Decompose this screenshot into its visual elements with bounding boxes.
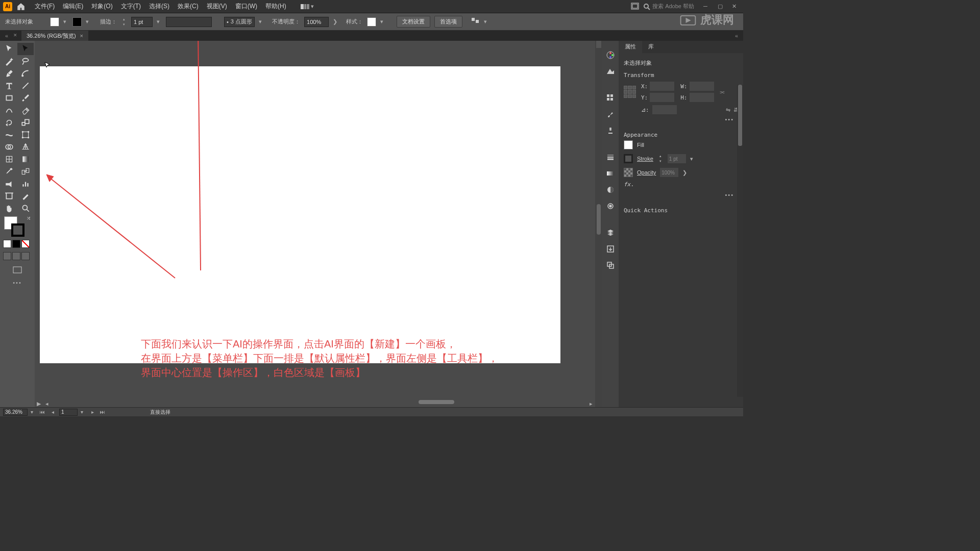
menu-file[interactable]: 文件(F) xyxy=(31,0,59,13)
panel-scrollbar[interactable] xyxy=(737,85,743,397)
maximize-icon[interactable]: ▢ xyxy=(718,3,726,10)
stroke-weight-input[interactable] xyxy=(131,17,153,27)
eraser-tool[interactable] xyxy=(17,104,34,116)
artboard-tool[interactable] xyxy=(1,190,17,202)
panel-stroke-input[interactable] xyxy=(668,154,686,163)
menu-effect[interactable]: 效果(C) xyxy=(174,0,203,13)
style-swatch[interactable] xyxy=(367,17,376,27)
fx-label[interactable]: fx. xyxy=(624,181,634,188)
stroke-swatch[interactable] xyxy=(72,17,82,27)
shaper-tool[interactable] xyxy=(1,104,17,116)
stroke-weight-dropdown[interactable]: ▾ xyxy=(157,18,162,25)
workspace-switcher[interactable]: ▾ xyxy=(301,3,316,10)
brush-dd-arrow[interactable]: ▾ xyxy=(259,18,264,25)
shape-builder-tool[interactable] xyxy=(1,141,17,153)
color-guide-icon[interactable] xyxy=(604,65,617,78)
lasso-tool[interactable] xyxy=(17,55,34,67)
home-icon[interactable] xyxy=(16,2,26,11)
close-icon[interactable]: ✕ xyxy=(732,3,740,10)
zoom-dropdown[interactable]: ▾ xyxy=(31,409,36,415)
blend-tool[interactable] xyxy=(17,165,34,178)
symbols-panel-icon[interactable] xyxy=(604,124,617,137)
stroke-color-swatch[interactable] xyxy=(624,154,633,163)
horizontal-scrollbar[interactable]: ▶ ◂ ▸ xyxy=(35,400,595,407)
tab-close-icon[interactable]: × xyxy=(80,33,83,39)
draw-normal[interactable] xyxy=(3,252,11,260)
menu-edit[interactable]: 编辑(E) xyxy=(59,0,87,13)
stroke-dropdown[interactable]: ▾ xyxy=(86,18,91,25)
prefs-button[interactable]: 首选项 xyxy=(434,16,462,28)
symbol-sprayer-tool[interactable] xyxy=(1,178,17,190)
var-width-profile[interactable] xyxy=(166,17,212,27)
color-black[interactable] xyxy=(12,240,20,248)
mesh-tool[interactable] xyxy=(1,153,17,165)
perspective-tool[interactable] xyxy=(17,141,34,153)
artboard-nav-dropdown[interactable]: ▾ xyxy=(81,409,86,415)
brush-def-dropdown[interactable]: •3 点圆形 xyxy=(224,17,255,27)
doc-setup-button[interactable]: 文档设置 xyxy=(397,16,430,28)
hscroll-play-icon[interactable]: ▶ xyxy=(35,400,43,407)
draw-inside[interactable] xyxy=(21,252,30,260)
fill-swatch[interactable] xyxy=(50,17,59,27)
fill-dropdown[interactable]: ▾ xyxy=(63,18,68,25)
search-box[interactable]: 搜索 Adobe 帮助 xyxy=(643,3,694,10)
menu-object[interactable]: 对象(O) xyxy=(87,0,116,13)
line-tool[interactable] xyxy=(17,80,34,92)
y-input[interactable] xyxy=(650,93,674,102)
hscroll-right-icon[interactable]: ▸ xyxy=(587,400,595,407)
screen-mode-button[interactable] xyxy=(10,264,24,276)
edit-toolbar-button[interactable]: ••• xyxy=(1,278,34,288)
flip-h-icon[interactable]: ⇋ xyxy=(726,107,730,113)
graph-tool[interactable] xyxy=(17,178,34,190)
magic-wand-tool[interactable] xyxy=(1,55,17,67)
eyedropper-tool[interactable] xyxy=(1,165,17,178)
selection-tool[interactable] xyxy=(1,43,17,55)
opacity-dropdown[interactable]: ❯ xyxy=(333,18,338,25)
zoom-tool[interactable] xyxy=(17,202,34,214)
layers-panel-icon[interactable] xyxy=(604,227,617,239)
transparency-panel-icon[interactable] xyxy=(604,184,617,196)
tab-expand-right[interactable]: « xyxy=(735,33,743,39)
menu-select[interactable]: 选择(S) xyxy=(145,0,174,13)
scale-tool[interactable] xyxy=(17,116,34,129)
arrange-docs-icon[interactable] xyxy=(631,3,639,11)
minimize-icon[interactable]: ─ xyxy=(703,3,712,10)
fill-stroke-control[interactable]: ⤭ xyxy=(1,214,34,238)
opacity-swatch[interactable] xyxy=(624,168,633,177)
document-tab[interactable]: 36.26% (RGB/预览) × xyxy=(21,31,88,41)
menu-view[interactable]: 视图(V) xyxy=(203,0,231,13)
align-icon[interactable] xyxy=(471,17,480,27)
pen-tool[interactable] xyxy=(1,67,17,80)
x-input[interactable] xyxy=(650,82,674,91)
direct-selection-tool[interactable] xyxy=(17,43,34,55)
rotate-input[interactable] xyxy=(652,105,677,114)
hand-tool[interactable] xyxy=(1,202,17,214)
canvas-area[interactable]: 下面我们来认识一下AI的操作界面，点击AI界面的【新建】一个画板， 在界面上方是… xyxy=(35,41,602,407)
link-wh-icon[interactable]: ⫘ xyxy=(719,89,725,95)
vertical-scrollbar[interactable] xyxy=(595,41,602,407)
curvature-tool[interactable] xyxy=(17,67,34,80)
menu-window[interactable]: 窗口(W) xyxy=(231,0,261,13)
free-transform-tool[interactable] xyxy=(17,129,34,141)
fill-color-swatch[interactable] xyxy=(624,140,633,149)
w-input[interactable] xyxy=(690,82,714,91)
gradient-panel-icon[interactable] xyxy=(604,167,617,180)
tab-properties[interactable]: 属性 xyxy=(619,41,642,53)
h-input[interactable] xyxy=(690,93,714,102)
appearance-panel-icon[interactable] xyxy=(604,200,617,212)
opacity-input[interactable] xyxy=(304,17,329,27)
transform-more-icon[interactable]: ••• xyxy=(624,114,738,124)
tab-expand-left[interactable]: «✕ xyxy=(1,33,21,39)
stroke-panel-icon[interactable] xyxy=(604,151,617,163)
panel-stroke-dd[interactable]: ▾ xyxy=(690,156,695,162)
menu-help[interactable]: 帮助(H) xyxy=(261,0,290,13)
paintbrush-tool[interactable] xyxy=(17,92,34,104)
panel-opacity-input[interactable] xyxy=(660,168,678,177)
reference-point[interactable] xyxy=(624,86,636,98)
tab-libraries[interactable]: 库 xyxy=(642,41,660,53)
rotate-tool[interactable] xyxy=(1,116,17,129)
last-artboard-button[interactable]: ⏭ xyxy=(99,409,106,415)
prev-artboard-button[interactable]: ◂ xyxy=(49,409,56,415)
rectangle-tool[interactable] xyxy=(1,92,17,104)
slice-tool[interactable] xyxy=(17,190,34,202)
